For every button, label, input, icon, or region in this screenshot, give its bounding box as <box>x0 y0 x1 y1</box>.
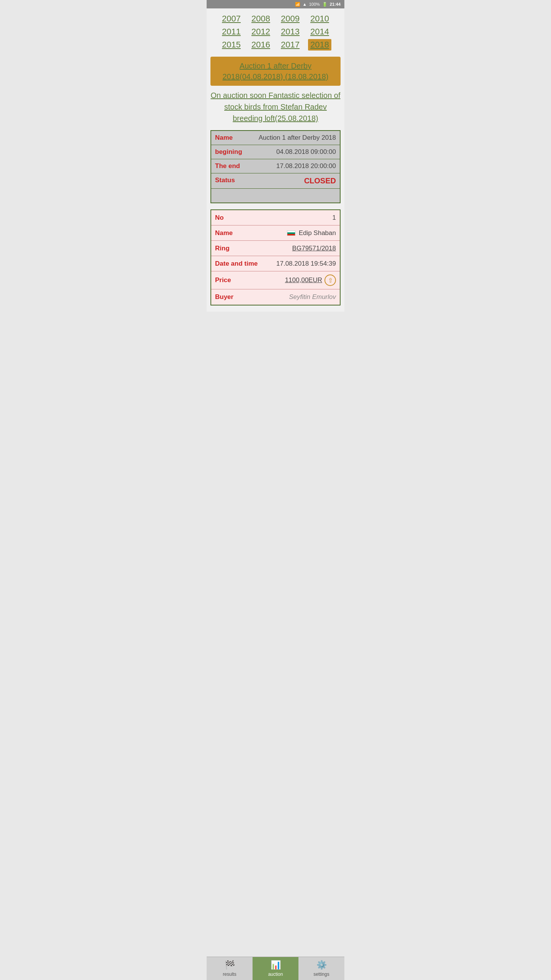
auction-info-table: Name Auction 1 after Derby 2018 begining… <box>210 130 341 203</box>
year-2011[interactable]: 2011 <box>220 26 243 38</box>
wifi-icon: 📶 <box>295 2 300 7</box>
year-2013[interactable]: 2013 <box>279 26 302 38</box>
auction-banner[interactable]: Auction 1 after Derby 2018(04.08.2018) (… <box>210 57 341 86</box>
info-row-beginning: begining 04.08.2018 09:00:00 <box>211 145 340 159</box>
year-2018[interactable]: 2018 <box>308 39 331 51</box>
main-content: 2007 2008 2009 2010 2011 2012 2013 2014 … <box>207 8 344 312</box>
info-status-label: Status <box>211 173 253 188</box>
info-row-name: Name Auction 1 after Derby 2018 <box>211 131 340 145</box>
info-row-spacer <box>211 189 340 203</box>
year-2008[interactable]: 2008 <box>249 13 272 24</box>
info-name-value: Auction 1 after Derby 2018 <box>253 131 340 145</box>
year-grid: 2007 2008 2009 2010 2011 2012 2013 2014 … <box>210 13 341 51</box>
bid-no-value: 1 <box>261 211 340 225</box>
coming-soon-text[interactable]: On auction soon Fantastic selection of s… <box>210 90 341 124</box>
status-bar: 📶 ▲ 100% 🔋 21:44 <box>207 0 344 8</box>
year-2017[interactable]: 2017 <box>279 39 302 51</box>
year-2014[interactable]: 2014 <box>308 26 331 38</box>
year-2016[interactable]: 2016 <box>249 39 272 51</box>
info-end-value: 17.08.2018 20:00:00 <box>253 159 340 173</box>
bid-date-label: Date and time <box>211 257 261 271</box>
bid-row-price: Price 1100,00EUR ⇧ <box>211 271 340 289</box>
bid-name-value: Edip Shaban <box>261 226 340 240</box>
bid-price-label: Price <box>211 273 261 287</box>
bid-date-value: 17.08.2018 19:54:39 <box>261 257 340 271</box>
time-display: 21:44 <box>330 2 341 7</box>
bid-price-value[interactable]: 1100,00EUR ⇧ <box>261 271 340 289</box>
year-2012[interactable]: 2012 <box>249 26 272 38</box>
bid-buyer-label: Buyer <box>211 290 261 304</box>
bid-name-label: Name <box>211 226 261 240</box>
bid-row-name: Name Edip Shaban <box>211 225 340 241</box>
year-2007[interactable]: 2007 <box>220 13 243 24</box>
bid-row-no: No 1 <box>211 210 340 225</box>
info-row-end: The end 17.08.2018 20:00:00 <box>211 159 340 173</box>
info-beginning-value: 04.08.2018 09:00:00 <box>253 145 340 159</box>
bid-no-label: No <box>211 211 261 225</box>
auction-banner-link[interactable]: Auction 1 after Derby 2018(04.08.2018) (… <box>223 62 329 81</box>
bid-ring-value[interactable]: BG79571/2018 <box>261 242 340 255</box>
year-2009[interactable]: 2009 <box>279 13 302 24</box>
bid-info-table: No 1 Name Edip Shaban Ring BG79571/2018 … <box>210 209 341 305</box>
bid-up-arrow[interactable]: ⇧ <box>324 274 336 286</box>
bid-row-ring: Ring BG79571/2018 <box>211 241 340 256</box>
bid-row-date: Date and time 17.08.2018 19:54:39 <box>211 256 340 271</box>
bid-row-buyer: Buyer Seyfitin Emurlov <box>211 289 340 305</box>
info-name-label: Name <box>211 131 253 145</box>
year-2015[interactable]: 2015 <box>220 39 243 51</box>
battery-icon: 🔋 <box>322 2 328 7</box>
info-beginning-label: begining <box>211 145 253 159</box>
info-status-value: CLOSED <box>253 173 340 188</box>
info-row-status: Status CLOSED <box>211 173 340 189</box>
bid-ring-label: Ring <box>211 242 261 255</box>
battery-text: 100% <box>309 2 320 7</box>
year-2010[interactable]: 2010 <box>308 13 331 24</box>
signal-icon: ▲ <box>303 2 307 7</box>
bulgaria-flag <box>287 230 295 236</box>
bid-buyer-value: Seyfitin Emurlov <box>261 290 340 304</box>
info-end-label: The end <box>211 159 253 173</box>
